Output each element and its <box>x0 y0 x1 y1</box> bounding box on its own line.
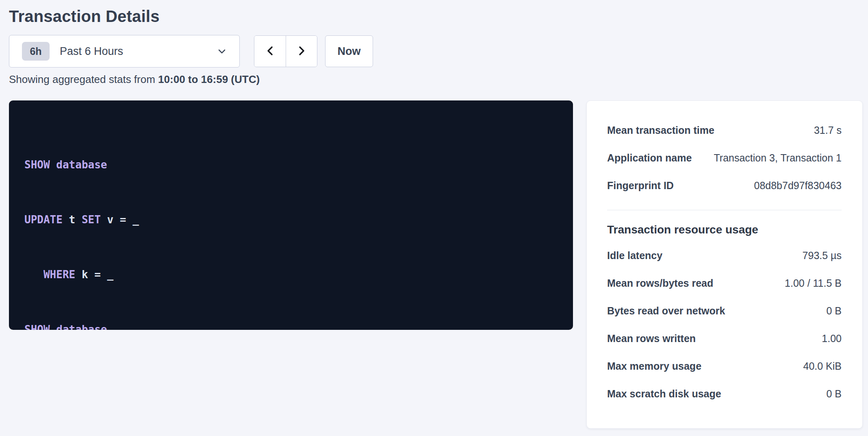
time-controls: 6h Past 6 Hours Now <box>9 35 863 68</box>
stat-row-fingerprint-id: Fingerprint ID 08d8b7d97f830463 <box>607 179 842 192</box>
main-content: SHOW database UPDATE t SET v = _ WHERE k… <box>9 100 863 429</box>
aggregated-stats-note-range: 10:00 to 16:59 (UTC) <box>158 73 260 85</box>
stat-value: 0 B <box>826 304 842 317</box>
sql-token: v = _ <box>107 214 139 226</box>
time-range-badge: 6h <box>22 42 50 61</box>
prev-time-button[interactable] <box>254 36 286 67</box>
stat-label: Mean rows written <box>607 332 696 345</box>
stat-label: Bytes read over network <box>607 304 725 317</box>
stat-label: Max memory usage <box>607 360 701 373</box>
stat-label: Max scratch disk usage <box>607 387 721 400</box>
aggregated-stats-note: Showing aggregated stats from 10:00 to 1… <box>9 73 863 85</box>
page-title: Transaction Details <box>9 7 863 26</box>
card-divider <box>607 210 842 210</box>
next-time-button[interactable] <box>286 36 317 67</box>
stat-row-max-memory-usage: Max memory usage 40.0 KiB <box>607 360 842 373</box>
sql-line: WHERE k = _ <box>24 266 558 284</box>
sql-token: SET <box>82 214 107 226</box>
transaction-details-page: Transaction Details 6h Past 6 Hours Now … <box>0 0 868 436</box>
stat-row-mean-rows-written: Mean rows written 1.00 <box>607 332 842 345</box>
sql-line: SHOW database <box>24 320 558 330</box>
time-step-button-group <box>254 35 317 67</box>
stat-label: Idle latency <box>607 249 662 262</box>
time-range-label: Past 6 Hours <box>60 45 123 58</box>
stat-label: Mean transaction time <box>607 124 714 137</box>
sql-token: t <box>69 214 82 226</box>
stat-label: Application name <box>607 151 692 164</box>
stat-value: 31.7 s <box>814 124 842 137</box>
stat-value: 40.0 KiB <box>803 360 842 373</box>
sql-token: WHERE <box>24 268 82 281</box>
sql-token: SHOW database <box>24 159 107 171</box>
stat-label: Mean rows/bytes read <box>607 277 713 290</box>
sql-token: SHOW database <box>24 323 107 330</box>
stat-row-max-scratch-disk-usage: Max scratch disk usage 0 B <box>607 387 842 400</box>
time-range-dropdown[interactable]: 6h Past 6 Hours <box>9 35 240 68</box>
stat-row-idle-latency: Idle latency 793.5 µs <box>607 249 842 262</box>
stat-label: Fingerprint ID <box>607 179 674 192</box>
stat-value: 0 B <box>826 387 842 400</box>
sql-line: SHOW database <box>24 156 558 174</box>
stat-value: 08d8b7d97f830463 <box>754 179 842 192</box>
stat-row-bytes-read-over-network: Bytes read over network 0 B <box>607 304 842 317</box>
aggregated-stats-note-prefix: Showing aggregated stats from <box>9 73 158 85</box>
stat-value: 1.00 <box>822 332 842 345</box>
resource-usage-heading: Transaction resource usage <box>607 223 842 237</box>
stat-value: Transaction 3, Transaction 1 <box>714 151 842 164</box>
sql-token: UPDATE <box>24 214 69 226</box>
stat-row-mean-transaction-time: Mean transaction time 31.7 s <box>607 124 842 137</box>
stat-value: 1.00 / 11.5 B <box>785 277 842 290</box>
chevron-left-icon <box>265 45 276 58</box>
stat-row-application-name: Application name Transaction 3, Transact… <box>607 151 842 164</box>
sql-statement-box: SHOW database UPDATE t SET v = _ WHERE k… <box>9 100 573 330</box>
chevron-right-icon <box>296 45 307 58</box>
sql-token: k = _ <box>82 268 113 281</box>
now-button[interactable]: Now <box>325 35 373 67</box>
stat-row-mean-rows-bytes-read: Mean rows/bytes read 1.00 / 11.5 B <box>607 277 842 290</box>
chevron-down-icon <box>217 46 227 57</box>
stat-value: 793.5 µs <box>803 249 842 262</box>
sql-line: UPDATE t SET v = _ <box>24 211 558 229</box>
transaction-details-card: Mean transaction time 31.7 s Application… <box>586 100 863 429</box>
